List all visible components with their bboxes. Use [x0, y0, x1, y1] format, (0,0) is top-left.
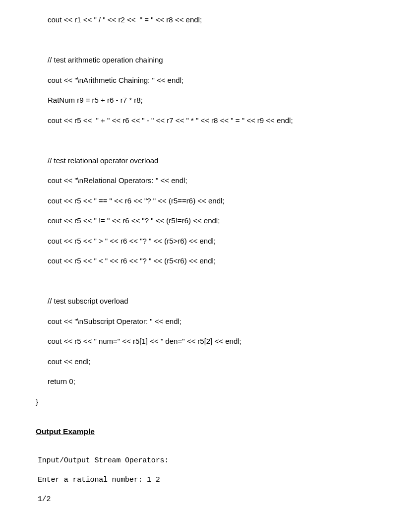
code-line: cout << "\nArithmetic Chaining: " << end… — [15, 75, 405, 85]
code-blank — [15, 276, 405, 286]
output-example-heading: Output Example — [15, 427, 405, 437]
code-line: cout << r5 << " < " << r6 << "? " << (r5… — [15, 256, 405, 266]
code-line: cout << "\nRelational Operators: " << en… — [15, 176, 405, 186]
code-line: cout << endl; — [15, 357, 405, 367]
code-line: cout << "\nSubscript Operator: " << endl… — [15, 317, 405, 326]
code-line: } — [15, 397, 405, 407]
code-line: // test subscript overload — [15, 296, 405, 306]
code-blank — [15, 135, 405, 145]
output-line: 1/2 — [38, 495, 405, 505]
code-line: cout << r5 << " != " << r6 << "? " << (r… — [15, 216, 405, 226]
code-blank — [15, 35, 405, 45]
output-line: Enter a rational number: 1 2 — [38, 475, 405, 485]
code-line: cout << r5 << " == " << r6 << "? " << (r… — [15, 196, 405, 206]
output-line: Input/Output Stream Operators: — [38, 456, 405, 466]
output-block: Input/Output Stream Operators: Enter a r… — [15, 446, 405, 508]
code-line: // test relational operator overload — [15, 156, 405, 166]
code-line: cout << r1 << " / " << r2 << " = " << r8… — [15, 15, 405, 25]
code-line: cout << r5 << " num=" << r5[1] << " den=… — [15, 336, 405, 346]
code-line: RatNum r9 = r5 + r6 - r7 * r8; — [15, 95, 405, 105]
code-line: return 0; — [15, 377, 405, 386]
code-line: cout << r5 << " + " << r6 << " - " << r7… — [15, 116, 405, 126]
code-line: // test arithmetic operation chaining — [15, 55, 405, 65]
code-line: cout << r5 << " > " << r6 << "? " << (r5… — [15, 236, 405, 246]
code-block: cout << r1 << " / " << r2 << " = " << r8… — [15, 5, 405, 417]
